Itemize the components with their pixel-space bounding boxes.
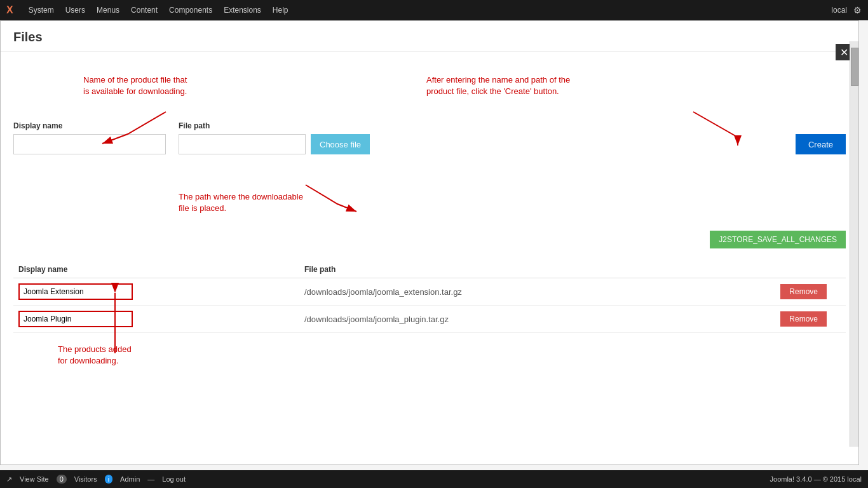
nav-extensions[interactable]: Extensions	[224, 6, 261, 15]
row-file-path: /downloads/joomla/joomla_plugin.tar.gz	[299, 306, 684, 333]
callout-file-path: The path where the downloadable file is …	[179, 191, 303, 214]
col-actions-header	[684, 261, 846, 278]
row-file-path: /downloads/joomla/joomla_extension.tar.g…	[299, 278, 684, 306]
table-row: /downloads/joomla/joomla_extension.tar.g…	[13, 278, 846, 306]
table-header-row: Display name File path	[13, 261, 846, 278]
gear-icon[interactable]: ⚙	[853, 5, 862, 15]
choose-file-button[interactable]: Choose file	[311, 134, 370, 154]
scrollbar-track[interactable]	[850, 41, 858, 447]
row-display-name-input[interactable]	[18, 311, 133, 327]
col-file-path-header: File path	[299, 261, 684, 278]
files-table: Display name File path /downloads/joomla…	[13, 261, 846, 333]
col-display-name-header: Display name	[13, 261, 299, 278]
local-label: local	[831, 6, 847, 15]
display-name-label: Display name	[13, 121, 166, 130]
nav-menus[interactable]: Menus	[97, 6, 119, 15]
nav-components[interactable]: Components	[169, 6, 212, 15]
create-button-container: Create	[796, 134, 846, 154]
scrollbar-thumb[interactable]	[851, 48, 858, 86]
display-name-group: Display name	[13, 121, 166, 154]
joomla-logo: X	[6, 4, 13, 16]
top-navbar: X System Users Menus Content Components …	[0, 0, 868, 20]
navbar-right: local ⚙	[831, 5, 862, 15]
panel-body: Name of the product file that is availab…	[1, 51, 858, 346]
file-path-row: Choose file	[179, 134, 783, 154]
save-all-button[interactable]: J2STORE_SAVE_ALL_CHANGES	[710, 231, 846, 248]
nav-users[interactable]: Users	[65, 6, 85, 15]
callout-products-added: The products added for downloading.	[58, 344, 132, 367]
save-section: J2STORE_SAVE_ALL_CHANGES	[13, 231, 846, 255]
callout-create-instruction: After entering the name and path of the …	[426, 74, 570, 97]
nav-help[interactable]: Help	[273, 6, 288, 15]
create-button[interactable]: Create	[796, 134, 846, 154]
file-path-group: File path Choose file	[179, 121, 783, 154]
row-display-name-input[interactable]	[18, 283, 133, 300]
remove-button[interactable]: Remove	[780, 284, 827, 299]
nav-system[interactable]: System	[29, 6, 54, 15]
remove-button[interactable]: Remove	[780, 311, 827, 327]
form-row: Display name File path Choose file Creat…	[13, 115, 846, 154]
display-name-input[interactable]	[13, 134, 166, 154]
callout-product-name: Name of the product file that is availab…	[83, 74, 187, 97]
file-path-input[interactable]	[179, 134, 306, 154]
panel-title: Files	[13, 30, 43, 44]
panel-header: Files	[1, 21, 858, 51]
nav-content[interactable]: Content	[131, 6, 158, 15]
table-row: /downloads/joomla/joomla_plugin.tar.gz R…	[13, 306, 846, 333]
file-path-label: File path	[179, 121, 783, 130]
